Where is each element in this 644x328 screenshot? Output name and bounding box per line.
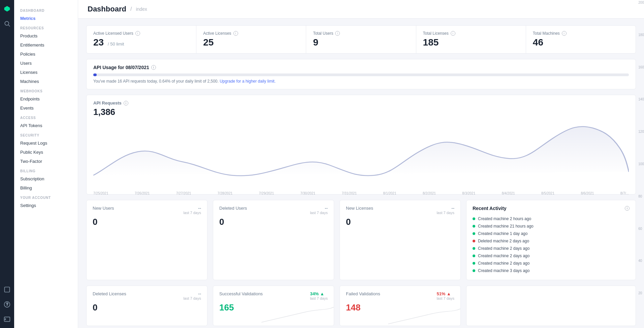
mini-card-new-users: New Users -- last 7 days 0: [86, 200, 207, 280]
sidebar-item-public-keys[interactable]: Public Keys: [14, 148, 78, 157]
webhooks-section-label: WEBHOOKS: [14, 86, 78, 94]
sidebar-item-entitlements[interactable]: Entitlements: [14, 40, 78, 50]
bottom-grid-row1: New Users -- last 7 days 0 Deleted Users…: [86, 200, 636, 280]
sidebar-item-billing[interactable]: Billing: [14, 183, 78, 192]
notifications-icon[interactable]: [2, 285, 12, 294]
chart-y-labels: 200 180 160 140 120 100 80 60 40 20: [638, 0, 644, 328]
deleted-licenses-title: Deleted Licenses: [93, 291, 126, 296]
logo-icon[interactable]: [2, 4, 12, 13]
info-icon-total-machines[interactable]: i: [562, 31, 567, 36]
activity-dot: [473, 255, 475, 257]
stat-suffix-active-licensed: / 50 limit: [108, 41, 124, 47]
info-icon-active-licenses[interactable]: i: [233, 31, 238, 36]
dashboard-section-label: DASHBOARD: [14, 5, 78, 14]
svg-text:?: ?: [6, 302, 8, 306]
chart-svg: [93, 121, 629, 189]
breadcrumb-subtitle: index: [136, 6, 147, 12]
mini-card-new-licenses: New Licenses -- last 7 days 0: [340, 200, 461, 280]
main-content: Dashboard / index Active Licensed Users …: [78, 0, 644, 328]
stat-total-machines: Total Machines i 46: [526, 26, 636, 53]
bottom-grid-row2: Deleted Licenses -- last 7 days 0 Succes…: [86, 286, 636, 326]
sidebar-item-users[interactable]: Users: [14, 59, 78, 68]
deleted-licenses-value: 0: [93, 302, 201, 313]
sidebar-item-subscription[interactable]: Subscription: [14, 174, 78, 183]
mini-card-failed-validations: Failed Validations 51% ▲ last 7 days 148: [340, 286, 461, 326]
sidebar-item-events[interactable]: Events: [14, 103, 78, 113]
activity-item: Created machine 2 days ago: [473, 252, 630, 260]
api-usage-title-text: API Usage for 08/07/2021: [93, 65, 149, 70]
sidebar-item-licenses[interactable]: Licenses: [14, 68, 78, 77]
stat-label-text: Total Machines: [533, 31, 560, 36]
resources-section-label: RESOURCES: [14, 23, 78, 31]
stat-value-total-machines: 46: [533, 37, 543, 48]
stat-value-active-licenses: 25: [203, 37, 214, 48]
activity-dot: [473, 225, 475, 228]
stats-row: Active Licensed Users i 23 / 50 limit Ac…: [86, 25, 636, 54]
stat-label-text: Total Users: [313, 31, 333, 36]
chart-wrapper: 7/25/2021 7/26/2021 7/27/2021 7/28/2021 …: [93, 121, 629, 189]
recent-activity-title: Recent Activity: [473, 206, 507, 211]
stat-value-active-licensed: 23: [93, 37, 104, 48]
info-icon-total-users[interactable]: i: [335, 31, 340, 36]
activity-item: Created machine 21 hours ago: [473, 222, 630, 230]
sidebar-item-request-logs[interactable]: Request Logs: [14, 139, 78, 148]
stat-label-text: Active Licensed Users: [93, 31, 133, 36]
upgrade-link[interactable]: Upgrade for a higher daily limit.: [220, 79, 276, 84]
activity-item: Created machine 2 days ago: [473, 260, 630, 267]
progress-bar-bg: [93, 73, 629, 76]
help-icon[interactable]: ?: [2, 300, 12, 309]
activity-text: Created machine 2 days ago: [478, 261, 529, 266]
access-section-label: ACCESS: [14, 113, 78, 121]
stat-active-licenses: Active Licenses i 25: [196, 26, 306, 53]
activity-dot: [473, 269, 475, 272]
info-icon-active-licensed[interactable]: i: [135, 31, 140, 36]
info-icon-chart[interactable]: i: [124, 101, 128, 106]
activity-text: Created machine 21 hours ago: [478, 224, 534, 229]
sidebar-item-products[interactable]: Products: [14, 31, 78, 40]
activity-item: Deleted machine 2 days ago: [473, 237, 630, 245]
sidebar-item-metrics[interactable]: Metrics: [14, 14, 78, 23]
page-title: Dashboard: [88, 5, 126, 13]
stat-label-text: Total Licenses: [423, 31, 449, 36]
mini-card-deleted-licenses: Deleted Licenses -- last 7 days 0: [86, 286, 207, 326]
api-usage-section: API Usage for 08/07/2021 i You've made 1…: [86, 59, 636, 89]
info-icon-total-licenses[interactable]: i: [451, 31, 455, 36]
mini-card-successful-validations: Successful Validations 34% ▲ last 7 days…: [213, 286, 334, 326]
activity-text: Deleted machine 2 days ago: [478, 239, 529, 243]
terminal-icon[interactable]: [2, 315, 12, 324]
new-licenses-value: 0: [346, 217, 454, 227]
sidebar-item-api-tokens[interactable]: API Tokens: [14, 121, 78, 130]
activity-item: Created machine 2 days ago: [473, 245, 630, 252]
chart-x-labels: 7/25/2021 7/26/2021 7/27/2021 7/28/2021 …: [93, 191, 629, 195]
svg-line-2: [8, 25, 10, 27]
new-users-title: New Users: [93, 206, 114, 211]
api-usage-text: You've made 16 API requests today, 0.64%…: [93, 79, 219, 84]
failed-validations-badge: 51% ▲ last 7 days: [437, 291, 454, 300]
deleted-users-title: Deleted Users: [219, 206, 247, 211]
progress-bar-fill: [93, 73, 97, 76]
sidebar-item-policies[interactable]: Policies: [14, 50, 78, 59]
stat-active-licensed-users: Active Licensed Users i 23 / 50 limit: [87, 26, 196, 53]
activity-text: Created machine 2 days ago: [478, 246, 529, 251]
activity-dot: [473, 247, 475, 250]
stat-total-licenses: Total Licenses i 185: [416, 26, 526, 53]
breadcrumb-separator: /: [130, 6, 132, 12]
deleted-licenses-badge: -- last 7 days: [183, 291, 201, 300]
security-section-label: SECURITY: [14, 130, 78, 139]
sidebar: DASHBOARD Metrics RESOURCES Products Ent…: [14, 0, 78, 328]
sidebar-item-settings[interactable]: Settings: [14, 201, 78, 210]
sidebar-item-machines[interactable]: Machines: [14, 77, 78, 86]
info-icon-recent[interactable]: i: [625, 206, 630, 211]
sidebar-item-endpoints[interactable]: Endpoints: [14, 94, 78, 103]
search-icon[interactable]: [2, 19, 12, 28]
sidebar-item-two-factor[interactable]: Two-Factor: [14, 157, 78, 166]
chart-title-text: API Requests: [93, 100, 122, 106]
your-account-section-label: YOUR ACCOUNT: [14, 192, 78, 201]
stat-total-users: Total Users i 9: [306, 26, 416, 53]
svg-marker-0: [4, 6, 10, 12]
failed-validations-chart: [388, 305, 460, 326]
activity-dot: [473, 262, 475, 265]
info-icon-api-usage[interactable]: i: [151, 65, 156, 70]
new-licenses-title: New Licenses: [346, 206, 373, 211]
activity-text: Created machine 2 days ago: [478, 254, 529, 258]
